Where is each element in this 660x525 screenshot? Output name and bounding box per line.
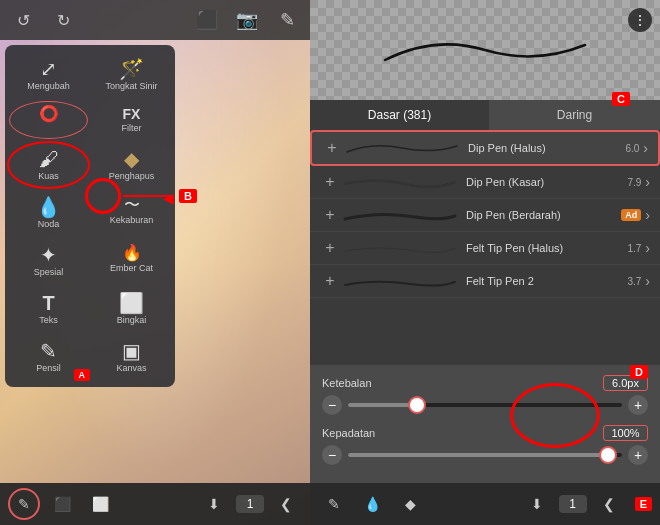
brush-name-1: Dip Pen (Halus)	[468, 142, 625, 154]
back-button-right[interactable]: ❮	[593, 488, 625, 520]
undo-button[interactable]: ↺	[8, 5, 38, 35]
density-thumb[interactable]	[599, 446, 617, 464]
smudge-tool-button[interactable]: 💧	[356, 488, 388, 520]
tool-tongkat-sinir[interactable]: 🪄 Tongkat Sinir	[92, 53, 171, 97]
tool-fx-label: Filter	[122, 123, 142, 133]
penghapus-icon: ◆	[124, 149, 139, 169]
page-number-left: 1	[236, 495, 264, 513]
thickness-label-row: Ketebalan 6.0px	[322, 375, 648, 391]
tool-mengubah-label: Mengubah	[27, 81, 70, 91]
brush-name-4: Felt Tip Pen (Halus)	[466, 242, 627, 254]
thickness-thumb[interactable]	[408, 396, 426, 414]
share-button[interactable]: ✎	[272, 5, 302, 35]
tool-bingkai[interactable]: ⬜ Bingkai	[92, 287, 171, 331]
ad-badge-3: Ad	[621, 209, 641, 221]
brush-preview-area: ⋮	[310, 0, 660, 100]
brush-stroke-3	[340, 205, 460, 225]
camera-button[interactable]: 📷	[232, 5, 262, 35]
back-button-left[interactable]: ❮	[270, 488, 302, 520]
gallery-button[interactable]: ⬛	[192, 5, 222, 35]
tongkat-sinir-icon: 🪄	[119, 59, 144, 79]
tool-mengubah[interactable]: ⤢ Mengubah	[9, 53, 88, 97]
bottom-toolbar-right: ✎ 💧 ◆ ⬇ 1 ❮ E	[310, 483, 660, 525]
brush-item-dip-pen-kasar[interactable]: + Dip Pen (Kasar) 7.9 ›	[310, 166, 660, 199]
thickness-plus-button[interactable]: +	[628, 395, 648, 415]
tool-teks[interactable]: T Teks	[9, 287, 88, 331]
add-brush-2-button[interactable]: +	[320, 172, 340, 192]
tool-noda[interactable]: 💧 Noda	[9, 191, 88, 235]
density-minus-button[interactable]: −	[322, 445, 342, 465]
teks-icon: T	[42, 293, 54, 313]
thickness-bar[interactable]	[348, 403, 622, 407]
right-panel: ⋮ Dasar (381) Daring C + Dip Pen (Halus)…	[310, 0, 660, 525]
kuas-icon: 🖌	[39, 149, 59, 169]
brush-item-felt-tip-2[interactable]: + Felt Tip Pen 2 3.7 ›	[310, 265, 660, 298]
density-plus-button[interactable]: +	[628, 445, 648, 465]
download-button-left[interactable]: ⬇	[198, 488, 230, 520]
brush-item-felt-tip-halus[interactable]: + Felt Tip Pen (Halus) 1.7 ›	[310, 232, 660, 265]
chevron-1: ›	[643, 140, 648, 156]
brush-stroke-2	[340, 172, 460, 192]
brush-name-5: Felt Tip Pen 2	[466, 275, 627, 287]
chevron-2: ›	[645, 174, 650, 190]
brush-size-2: 7.9	[627, 177, 641, 188]
density-label: Kepadatan	[322, 427, 375, 439]
thickness-minus-button[interactable]: −	[322, 395, 342, 415]
tool-ember-cat-label: Ember Cat	[110, 263, 153, 273]
brush-item-dip-pen-berdarah[interactable]: + Dip Pen (Berdarah) Ad ›	[310, 199, 660, 232]
chevron-4: ›	[645, 240, 650, 256]
mengubah-icon: ⤢	[40, 59, 57, 79]
tab-basic[interactable]: Dasar (381)	[310, 100, 489, 130]
brush-tool-button[interactable]: ✎	[8, 488, 40, 520]
brush-size-1: 6.0	[625, 143, 639, 154]
brush-name-3: Dip Pen (Berdarah)	[466, 209, 621, 221]
tool-kanvas-label: Kanvas	[116, 363, 146, 373]
more-options-button[interactable]: ⋮	[628, 8, 652, 32]
tool-lasso[interactable]: ⭕	[9, 101, 88, 139]
tab-online-container: Daring C	[489, 100, 660, 130]
page-number-right: 1	[559, 495, 587, 513]
density-value: 100%	[603, 425, 648, 441]
spesial-icon: ✦	[40, 245, 57, 265]
brush-stroke-1	[342, 138, 462, 158]
brush-item-dip-pen-halus[interactable]: + Dip Pen (Halus) 6.0 ›	[310, 130, 660, 166]
tool-kanvas[interactable]: ▣ Kanvas	[92, 335, 171, 379]
tool-fx[interactable]: FX Filter	[92, 101, 171, 139]
arrow-b: ◀ B	[123, 189, 197, 203]
redo-button[interactable]: ↻	[48, 5, 78, 35]
annotation-b-label: B	[179, 189, 197, 203]
thickness-track: − +	[322, 395, 648, 415]
annotation-c-label: C	[612, 92, 630, 106]
fx-icon: FX	[123, 107, 141, 121]
tool-ember-cat[interactable]: 🔥 Ember Cat	[92, 239, 171, 283]
tool-spesial-label: Spesial	[34, 267, 64, 277]
add-brush-4-button[interactable]: +	[320, 238, 340, 258]
thickness-fill	[348, 403, 417, 407]
add-brush-5-button[interactable]: +	[320, 271, 340, 291]
ember-cat-icon: 🔥	[122, 245, 142, 261]
brush-tabs: Dasar (381) Daring C	[310, 100, 660, 130]
tool-kekaburan-label: Kekaburan	[110, 215, 154, 225]
density-slider-row: Kepadatan 100% − +	[322, 425, 648, 465]
add-brush-1-button[interactable]: +	[322, 138, 342, 158]
density-bar[interactable]	[348, 453, 622, 457]
chevron-5: ›	[645, 273, 650, 289]
tab-online[interactable]: Daring	[489, 100, 660, 130]
kanvas-icon: ▣	[122, 341, 141, 361]
bottom-toolbar-left: ✎ ⬛ ⬜ ⬇ 1 ❮	[0, 483, 310, 525]
add-brush-3-button[interactable]: +	[320, 205, 340, 225]
brush-stroke-4	[340, 238, 460, 258]
download-button-right[interactable]: ⬇	[521, 488, 553, 520]
bingkai-icon: ⬜	[119, 293, 144, 313]
density-track: − +	[322, 445, 648, 465]
density-label-row: Kepadatan 100%	[322, 425, 648, 441]
tool-spesial[interactable]: ✦ Spesial	[9, 239, 88, 283]
black-color-button[interactable]: ⬛	[46, 488, 78, 520]
eraser-tool-button[interactable]: ◆	[394, 488, 426, 520]
tool-pensil[interactable]: ✎ Pensil A	[9, 335, 88, 379]
annotation-b-area: ◀ B	[85, 178, 197, 214]
tool-kuas[interactable]: 🖌 Kuas	[9, 143, 88, 187]
white-color-button[interactable]: ⬜	[84, 488, 116, 520]
brush-size-5: 3.7	[627, 276, 641, 287]
brush-tool-right-button[interactable]: ✎	[318, 488, 350, 520]
